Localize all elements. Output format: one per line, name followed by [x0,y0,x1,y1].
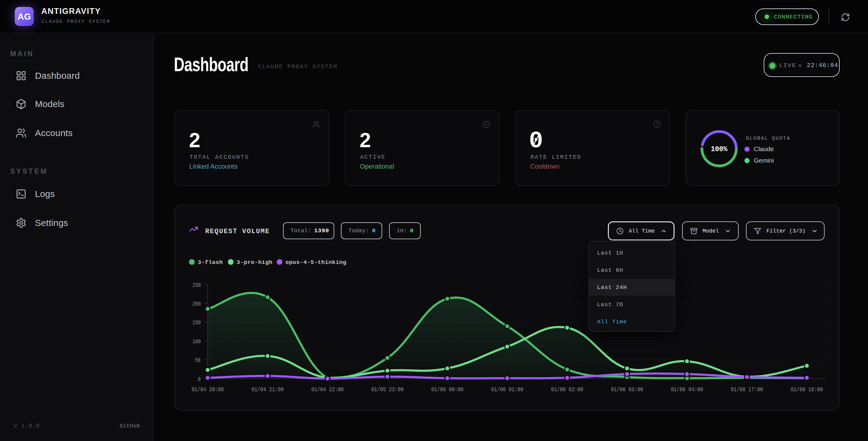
svg-text:01/04 20:00: 01/04 20:00 [192,386,224,393]
svg-text:01/05 23:00: 01/05 23:00 [371,386,404,393]
svg-text:01/06 04:00: 01/06 04:00 [671,386,703,393]
svg-text:100: 100 [192,338,201,345]
svg-text:250: 250 [192,282,201,289]
svg-text:150: 150 [192,319,201,326]
svg-text:01/06 01:00: 01/06 01:00 [491,386,524,393]
svg-text:01/06 00:00: 01/06 00:00 [431,386,464,393]
svg-text:01/08 17:00: 01/08 17:00 [731,386,763,393]
svg-text:01/04 22:00: 01/04 22:00 [311,386,344,393]
svg-text:50: 50 [195,357,201,364]
svg-text:200: 200 [192,300,201,307]
svg-text:01/06 02:00: 01/06 02:00 [551,386,583,393]
svg-text:01/04 21:00: 01/04 21:00 [251,386,284,393]
svg-text:100%: 100% [711,145,727,153]
svg-text:0: 0 [198,376,201,383]
svg-text:01/06 03:00: 01/06 03:00 [611,386,643,393]
svg-text:01/08 18:00: 01/08 18:00 [791,386,823,393]
